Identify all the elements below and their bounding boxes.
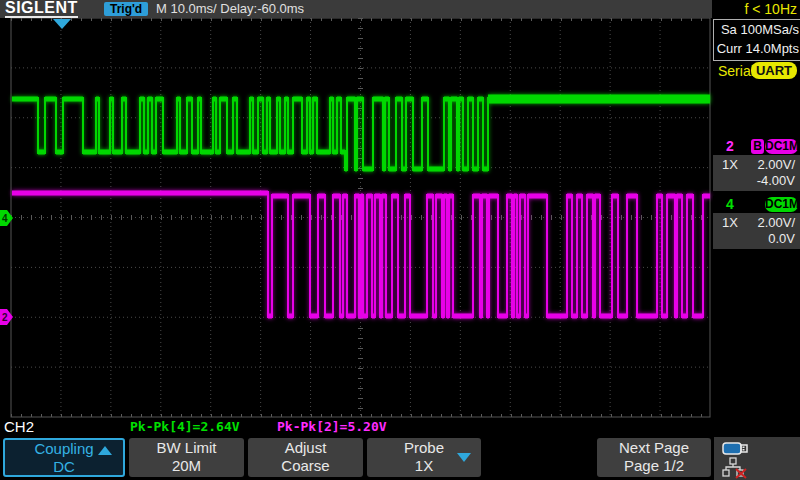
next-page-button[interactable]: Next Page Page 1/2	[597, 438, 711, 477]
channel4-attenuation: 1X	[722, 215, 738, 230]
waveform-plot: 42	[0, 0, 800, 480]
io-status-panel	[714, 437, 800, 480]
channel4-offset: 0.0V	[768, 231, 795, 246]
brand-logo: SIGLENT	[5, 0, 78, 18]
coupling-button-label: Coupling	[34, 440, 93, 457]
channel2-coupling-badge: DC1M	[765, 139, 798, 154]
serial-decode-row: Serial UART	[713, 61, 800, 81]
channel2-offset: -4.00V	[757, 173, 795, 188]
channel4-coupling-badge: DC1M	[765, 197, 798, 212]
channel2-info-box[interactable]: 2 B DC1M 1X 2.00V/ -4.00V	[713, 138, 800, 191]
active-channel-label: CH2	[4, 418, 34, 435]
next-page-button-label: Next Page	[597, 439, 711, 457]
next-page-button-value: Page 1/2	[597, 457, 711, 475]
acquisition-info-box: Sa 100MSa/s Curr 14.0Mpts	[713, 19, 800, 61]
lan-disconnected-icon	[722, 457, 750, 479]
channel4-marker-label: 4	[2, 213, 8, 224]
trigger-position-marker[interactable]	[53, 19, 71, 29]
serial-label: Serial	[718, 63, 754, 79]
measurement-pkpk-ch4: Pk-Pk[4]=2.64V	[130, 420, 240, 434]
coupling-button-value: DC	[5, 458, 123, 476]
adjust-button-label: Adjust	[248, 439, 363, 457]
sample-rate: Sa 100MSa/s	[714, 20, 799, 39]
trigger-status-badge: Trig'd	[104, 2, 148, 16]
channel2-number: 2	[713, 138, 747, 155]
serial-type-badge[interactable]: UART	[751, 62, 797, 79]
timebase-readout[interactable]: M 10.0ms/ Delay:-60.0ms	[156, 2, 304, 16]
ch2-trace	[12, 191, 710, 319]
channel2-attenuation: 1X	[722, 157, 738, 172]
adjust-button[interactable]: Adjust Coarse	[248, 438, 363, 477]
coupling-button[interactable]: Coupling DC	[3, 438, 125, 477]
channel4-scale: 2.00V/	[757, 215, 795, 230]
bw-limit-button[interactable]: BW Limit 20M	[129, 438, 244, 477]
bw-limit-button-value: 20M	[129, 457, 244, 475]
frequency-counter: f < 10Hz	[744, 2, 797, 17]
usb-icon	[722, 442, 752, 456]
memory-depth: Curr 14.0Mpts	[714, 39, 799, 58]
measurement-pkpk-ch2: Pk-Pk[2]=5.20V	[277, 420, 387, 434]
adjust-button-value: Coarse	[248, 457, 363, 475]
channel4-info-box[interactable]: 4 DC1M 1X 2.00V/ 0.0V	[713, 196, 800, 249]
down-arrow-icon	[457, 453, 471, 462]
channel2-marker-label: 2	[2, 312, 8, 323]
bw-limit-button-label: BW Limit	[129, 439, 244, 457]
up-arrow-icon	[98, 446, 112, 455]
channel4-number: 4	[713, 196, 747, 213]
oscilloscope-screen: 42 SIGLENT Trig'd M 10.0ms/ Delay:-60.0m…	[0, 0, 800, 480]
bus-indicator-badge: B	[751, 139, 764, 154]
probe-button[interactable]: Probe 1X	[367, 438, 481, 477]
channel2-scale: 2.00V/	[757, 157, 795, 172]
